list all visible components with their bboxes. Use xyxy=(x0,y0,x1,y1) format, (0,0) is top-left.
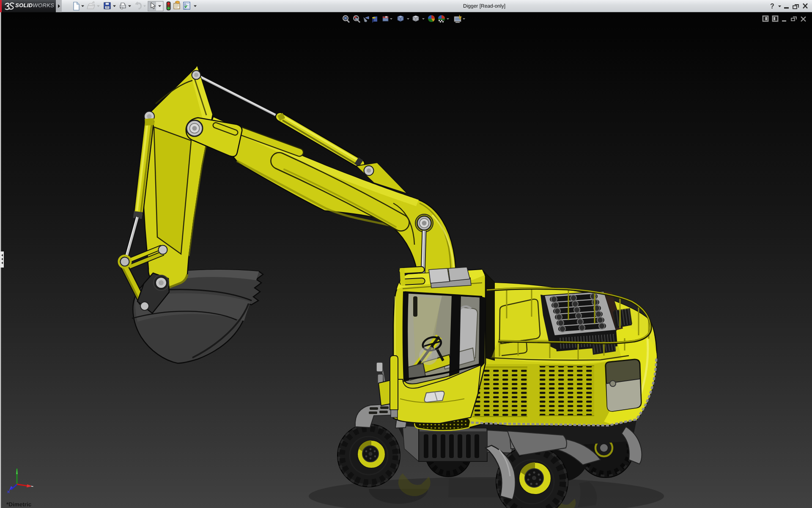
svg-text:?: ? xyxy=(770,3,774,10)
